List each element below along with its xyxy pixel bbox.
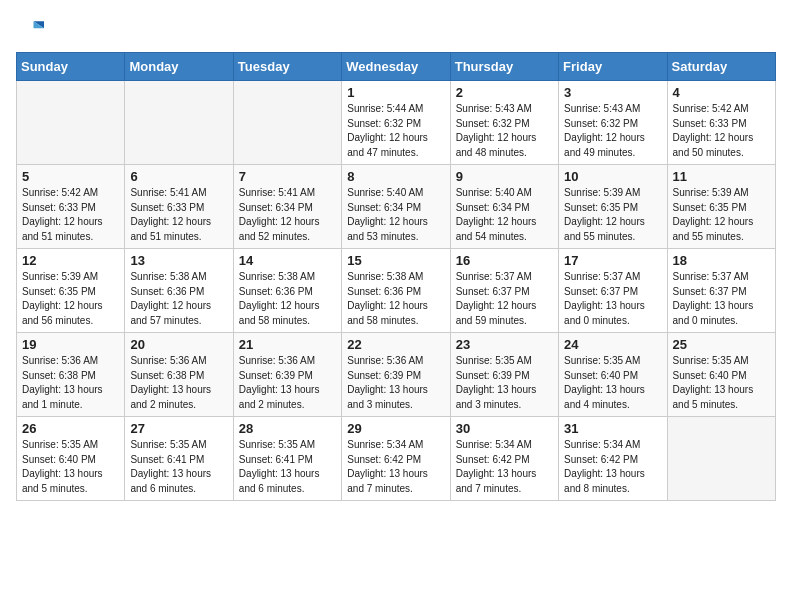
calendar-cell — [233, 81, 341, 165]
calendar-cell: 14Sunrise: 5:38 AM Sunset: 6:36 PM Dayli… — [233, 249, 341, 333]
day-header-friday: Friday — [559, 53, 667, 81]
calendar-cell: 8Sunrise: 5:40 AM Sunset: 6:34 PM Daylig… — [342, 165, 450, 249]
day-info: Sunrise: 5:39 AM Sunset: 6:35 PM Dayligh… — [22, 270, 119, 328]
day-info: Sunrise: 5:37 AM Sunset: 6:37 PM Dayligh… — [456, 270, 553, 328]
day-number: 22 — [347, 337, 444, 352]
day-number: 5 — [22, 169, 119, 184]
calendar-cell: 30Sunrise: 5:34 AM Sunset: 6:42 PM Dayli… — [450, 417, 558, 501]
day-info: Sunrise: 5:40 AM Sunset: 6:34 PM Dayligh… — [456, 186, 553, 244]
calendar-cell: 27Sunrise: 5:35 AM Sunset: 6:41 PM Dayli… — [125, 417, 233, 501]
day-info: Sunrise: 5:43 AM Sunset: 6:32 PM Dayligh… — [456, 102, 553, 160]
day-number: 16 — [456, 253, 553, 268]
day-number: 1 — [347, 85, 444, 100]
day-number: 6 — [130, 169, 227, 184]
day-number: 7 — [239, 169, 336, 184]
day-number: 17 — [564, 253, 661, 268]
calendar-cell: 2Sunrise: 5:43 AM Sunset: 6:32 PM Daylig… — [450, 81, 558, 165]
day-number: 23 — [456, 337, 553, 352]
day-number: 20 — [130, 337, 227, 352]
day-info: Sunrise: 5:39 AM Sunset: 6:35 PM Dayligh… — [564, 186, 661, 244]
day-number: 27 — [130, 421, 227, 436]
day-info: Sunrise: 5:38 AM Sunset: 6:36 PM Dayligh… — [239, 270, 336, 328]
calendar-week-1: 1Sunrise: 5:44 AM Sunset: 6:32 PM Daylig… — [17, 81, 776, 165]
day-header-monday: Monday — [125, 53, 233, 81]
calendar-cell — [667, 417, 775, 501]
calendar-cell: 25Sunrise: 5:35 AM Sunset: 6:40 PM Dayli… — [667, 333, 775, 417]
day-header-tuesday: Tuesday — [233, 53, 341, 81]
day-number: 28 — [239, 421, 336, 436]
day-number: 26 — [22, 421, 119, 436]
day-info: Sunrise: 5:37 AM Sunset: 6:37 PM Dayligh… — [673, 270, 770, 328]
day-number: 25 — [673, 337, 770, 352]
day-info: Sunrise: 5:36 AM Sunset: 6:39 PM Dayligh… — [347, 354, 444, 412]
day-info: Sunrise: 5:35 AM Sunset: 6:40 PM Dayligh… — [22, 438, 119, 496]
day-info: Sunrise: 5:41 AM Sunset: 6:33 PM Dayligh… — [130, 186, 227, 244]
day-info: Sunrise: 5:38 AM Sunset: 6:36 PM Dayligh… — [347, 270, 444, 328]
day-info: Sunrise: 5:35 AM Sunset: 6:40 PM Dayligh… — [564, 354, 661, 412]
day-number: 4 — [673, 85, 770, 100]
day-info: Sunrise: 5:41 AM Sunset: 6:34 PM Dayligh… — [239, 186, 336, 244]
calendar-cell: 5Sunrise: 5:42 AM Sunset: 6:33 PM Daylig… — [17, 165, 125, 249]
day-info: Sunrise: 5:38 AM Sunset: 6:36 PM Dayligh… — [130, 270, 227, 328]
day-info: Sunrise: 5:37 AM Sunset: 6:37 PM Dayligh… — [564, 270, 661, 328]
day-info: Sunrise: 5:35 AM Sunset: 6:39 PM Dayligh… — [456, 354, 553, 412]
calendar-week-5: 26Sunrise: 5:35 AM Sunset: 6:40 PM Dayli… — [17, 417, 776, 501]
calendar-cell: 1Sunrise: 5:44 AM Sunset: 6:32 PM Daylig… — [342, 81, 450, 165]
calendar-cell — [17, 81, 125, 165]
calendar-cell: 20Sunrise: 5:36 AM Sunset: 6:38 PM Dayli… — [125, 333, 233, 417]
calendar-cell: 22Sunrise: 5:36 AM Sunset: 6:39 PM Dayli… — [342, 333, 450, 417]
day-info: Sunrise: 5:40 AM Sunset: 6:34 PM Dayligh… — [347, 186, 444, 244]
calendar-cell: 10Sunrise: 5:39 AM Sunset: 6:35 PM Dayli… — [559, 165, 667, 249]
day-number: 11 — [673, 169, 770, 184]
calendar-cell: 7Sunrise: 5:41 AM Sunset: 6:34 PM Daylig… — [233, 165, 341, 249]
logo — [16, 16, 48, 44]
day-info: Sunrise: 5:36 AM Sunset: 6:39 PM Dayligh… — [239, 354, 336, 412]
day-header-sunday: Sunday — [17, 53, 125, 81]
day-info: Sunrise: 5:43 AM Sunset: 6:32 PM Dayligh… — [564, 102, 661, 160]
calendar-body: 1Sunrise: 5:44 AM Sunset: 6:32 PM Daylig… — [17, 81, 776, 501]
day-number: 29 — [347, 421, 444, 436]
day-number: 2 — [456, 85, 553, 100]
calendar-cell: 23Sunrise: 5:35 AM Sunset: 6:39 PM Dayli… — [450, 333, 558, 417]
day-info: Sunrise: 5:34 AM Sunset: 6:42 PM Dayligh… — [347, 438, 444, 496]
calendar-cell: 19Sunrise: 5:36 AM Sunset: 6:38 PM Dayli… — [17, 333, 125, 417]
day-info: Sunrise: 5:35 AM Sunset: 6:40 PM Dayligh… — [673, 354, 770, 412]
day-number: 15 — [347, 253, 444, 268]
day-number: 13 — [130, 253, 227, 268]
calendar-cell: 31Sunrise: 5:34 AM Sunset: 6:42 PM Dayli… — [559, 417, 667, 501]
calendar-cell: 15Sunrise: 5:38 AM Sunset: 6:36 PM Dayli… — [342, 249, 450, 333]
day-number: 31 — [564, 421, 661, 436]
calendar-cell: 16Sunrise: 5:37 AM Sunset: 6:37 PM Dayli… — [450, 249, 558, 333]
calendar-cell: 18Sunrise: 5:37 AM Sunset: 6:37 PM Dayli… — [667, 249, 775, 333]
calendar-cell: 24Sunrise: 5:35 AM Sunset: 6:40 PM Dayli… — [559, 333, 667, 417]
day-info: Sunrise: 5:34 AM Sunset: 6:42 PM Dayligh… — [564, 438, 661, 496]
day-info: Sunrise: 5:42 AM Sunset: 6:33 PM Dayligh… — [22, 186, 119, 244]
day-number: 9 — [456, 169, 553, 184]
day-info: Sunrise: 5:42 AM Sunset: 6:33 PM Dayligh… — [673, 102, 770, 160]
logo-icon — [16, 16, 44, 44]
calendar-cell: 12Sunrise: 5:39 AM Sunset: 6:35 PM Dayli… — [17, 249, 125, 333]
day-number: 12 — [22, 253, 119, 268]
day-number: 30 — [456, 421, 553, 436]
day-info: Sunrise: 5:36 AM Sunset: 6:38 PM Dayligh… — [130, 354, 227, 412]
day-header-thursday: Thursday — [450, 53, 558, 81]
calendar-cell: 13Sunrise: 5:38 AM Sunset: 6:36 PM Dayli… — [125, 249, 233, 333]
calendar-cell: 29Sunrise: 5:34 AM Sunset: 6:42 PM Dayli… — [342, 417, 450, 501]
page-header — [16, 16, 776, 44]
calendar-week-4: 19Sunrise: 5:36 AM Sunset: 6:38 PM Dayli… — [17, 333, 776, 417]
calendar-cell — [125, 81, 233, 165]
day-number: 14 — [239, 253, 336, 268]
calendar-week-2: 5Sunrise: 5:42 AM Sunset: 6:33 PM Daylig… — [17, 165, 776, 249]
calendar-cell: 9Sunrise: 5:40 AM Sunset: 6:34 PM Daylig… — [450, 165, 558, 249]
calendar-cell: 17Sunrise: 5:37 AM Sunset: 6:37 PM Dayli… — [559, 249, 667, 333]
day-number: 24 — [564, 337, 661, 352]
calendar-header-row: SundayMondayTuesdayWednesdayThursdayFrid… — [17, 53, 776, 81]
calendar-cell: 4Sunrise: 5:42 AM Sunset: 6:33 PM Daylig… — [667, 81, 775, 165]
calendar-cell: 11Sunrise: 5:39 AM Sunset: 6:35 PM Dayli… — [667, 165, 775, 249]
day-number: 3 — [564, 85, 661, 100]
day-header-saturday: Saturday — [667, 53, 775, 81]
day-number: 10 — [564, 169, 661, 184]
calendar-cell: 3Sunrise: 5:43 AM Sunset: 6:32 PM Daylig… — [559, 81, 667, 165]
day-number: 19 — [22, 337, 119, 352]
day-header-wednesday: Wednesday — [342, 53, 450, 81]
